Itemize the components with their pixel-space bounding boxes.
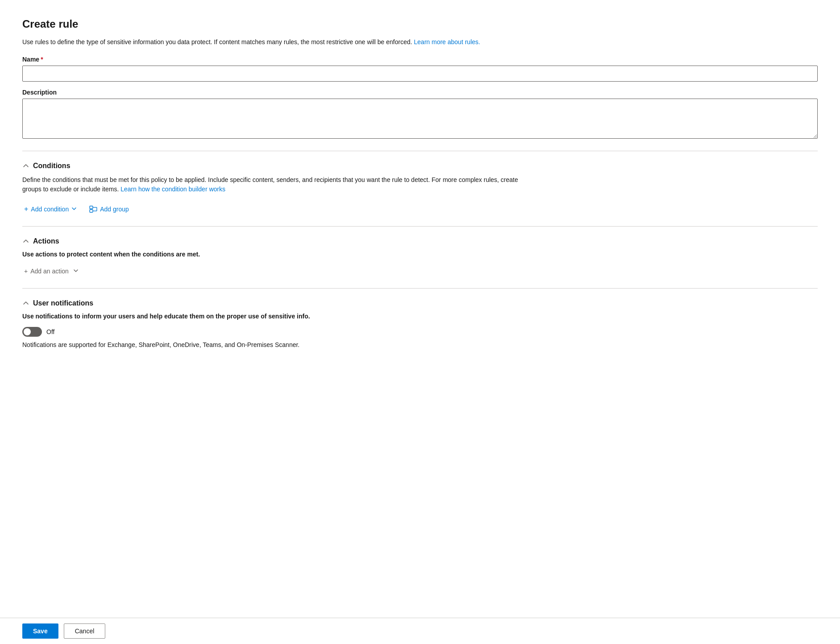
toggle-container: Off [22, 327, 818, 337]
bottom-bar: Save Cancel [0, 618, 840, 644]
condition-builder-link[interactable]: Learn how the condition builder works [120, 186, 225, 193]
add-action-chevron-icon [73, 268, 79, 275]
cutoff-text: Notifications are supported for Exchange… [22, 340, 513, 350]
svg-rect-0 [90, 206, 93, 209]
name-required-star: * [41, 56, 43, 63]
page-container: Create rule Use rules to define the type… [0, 0, 840, 644]
divider-1 [22, 151, 818, 151]
user-notifications-title: User notifications [33, 299, 93, 307]
toggle-track [22, 327, 42, 337]
page-title: Create rule [22, 18, 818, 30]
actions-section-title: Actions [33, 237, 59, 245]
add-action-label: Add an action [30, 268, 69, 275]
user-notifications-description: Use notifications to inform your users a… [22, 313, 818, 320]
conditions-actions-row: + Add condition Add group [22, 203, 818, 215]
cancel-button[interactable]: Cancel [64, 623, 106, 639]
save-button[interactable]: Save [22, 623, 58, 639]
add-group-icon [89, 206, 97, 213]
notifications-toggle[interactable] [22, 327, 42, 337]
divider-2 [22, 226, 818, 227]
conditions-section-header: Conditions [22, 162, 818, 170]
description-label: Description [22, 89, 818, 96]
add-action-button[interactable]: + Add an action [22, 265, 80, 277]
user-notifications-chevron-icon [22, 300, 29, 307]
user-notifications-section-header: User notifications [22, 299, 818, 307]
name-input[interactable] [22, 66, 818, 82]
svg-rect-1 [90, 210, 93, 212]
divider-3 [22, 288, 818, 289]
add-group-button[interactable]: Add group [87, 203, 131, 215]
actions-chevron-icon [22, 238, 29, 245]
add-condition-plus-icon: + [24, 206, 28, 213]
toggle-thumb [24, 328, 31, 335]
add-group-label: Add group [100, 206, 129, 213]
conditions-section-title: Conditions [33, 162, 70, 170]
actions-subtitle: Use actions to protect content when the … [22, 251, 818, 258]
intro-text: Use rules to define the type of sensitiv… [22, 37, 513, 47]
actions-section-header: Actions [22, 237, 818, 245]
add-condition-chevron-icon [71, 206, 77, 213]
add-condition-button[interactable]: + Add condition [22, 203, 79, 215]
name-label: Name* [22, 56, 818, 63]
toggle-label: Off [46, 328, 54, 335]
learn-more-rules-link[interactable]: Learn more about rules. [414, 38, 480, 45]
description-input[interactable] [22, 99, 818, 139]
add-condition-label: Add condition [31, 206, 69, 213]
add-action-plus-icon: + [24, 268, 28, 275]
conditions-description: Define the conditions that must be met f… [22, 175, 535, 194]
conditions-chevron-icon [22, 162, 29, 169]
